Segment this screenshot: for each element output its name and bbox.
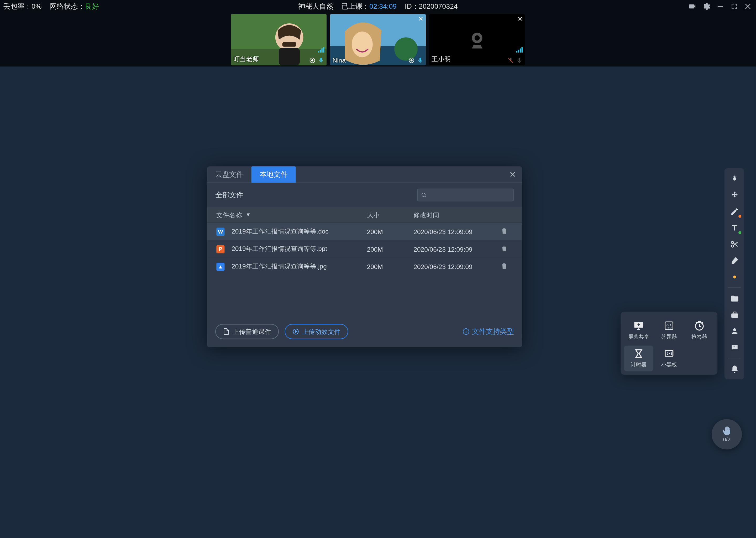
eraser-icon[interactable] (727, 253, 742, 267)
svg-text:B: B (669, 323, 671, 326)
svg-point-24 (733, 275, 736, 278)
file-size: 200M (367, 245, 414, 252)
search-box[interactable] (417, 188, 514, 201)
tool-timer[interactable]: 计时器 (624, 346, 653, 371)
svg-rect-20 (466, 331, 466, 333)
file-type-icon: W (216, 227, 224, 235)
hand-count: 0/2 (723, 437, 731, 442)
file-table-header: 文件名称▼ 大小 修改时间 (207, 207, 522, 223)
toolbox-icon[interactable] (727, 308, 742, 322)
signal-bars-icon (516, 47, 522, 53)
supported-types-link[interactable]: 文件支持类型 (462, 327, 514, 337)
svg-rect-25 (731, 313, 737, 318)
tool-answer-card[interactable]: ABC✕ 答题器 (654, 318, 684, 343)
file-size: 200M (367, 228, 414, 235)
color-dot-icon[interactable] (727, 270, 742, 284)
id-label: ID： (405, 2, 419, 10)
tool-buzzer[interactable]: 抢答器 (685, 318, 714, 343)
file-row[interactable]: W2019年工作汇报情况查询等等.doc200M2020/06/23 12:09… (207, 223, 522, 240)
file-date: 2020/06/23 12:09:09 (413, 245, 495, 252)
svg-point-26 (733, 328, 736, 331)
dialog-close-icon[interactable]: ✕ (509, 169, 516, 179)
delete-icon[interactable] (500, 262, 508, 270)
text-icon[interactable] (727, 221, 742, 235)
svg-point-29 (735, 346, 736, 347)
delete-icon[interactable] (500, 227, 508, 235)
file-name: 2019年工作汇报情况查询等等.ppt (231, 244, 327, 253)
elapsed-label: 已上课： (341, 2, 369, 10)
svg-point-28 (734, 346, 735, 347)
move-icon[interactable] (727, 188, 742, 202)
tile-close-icon[interactable]: ✕ (517, 15, 523, 23)
file-row[interactable]: P2019年工作汇报情况查询等等.ppt200M2020/06/23 12:09… (207, 240, 522, 257)
svg-rect-0 (718, 6, 723, 7)
minimize-icon[interactable] (716, 2, 725, 11)
participant-tile[interactable]: 叮当老师 (231, 14, 327, 65)
file-date: 2020/06/23 12:09:09 (413, 263, 495, 270)
packet-loss-label: 丢包率： (3, 2, 31, 10)
col-size[interactable]: 大小 (367, 210, 414, 219)
col-date[interactable]: 修改时间 (413, 210, 495, 219)
hand-icon (722, 426, 732, 436)
participant-tile[interactable]: ✕ Nina (330, 14, 426, 65)
file-name: 2019年工作汇报情况查询等等.jpg (231, 262, 327, 271)
svg-rect-21 (466, 330, 466, 330)
svg-text:C: C (667, 327, 669, 330)
close-window-icon[interactable] (744, 2, 752, 11)
participant-tile[interactable]: ✕ 王小明 (429, 14, 525, 65)
chat-icon[interactable] (727, 340, 742, 354)
participant-name: Nina (333, 57, 346, 64)
record-indicator-icon (408, 57, 414, 64)
session-id: 2020070324 (419, 2, 457, 10)
tool-screen-share[interactable]: 屏幕共享 (624, 318, 653, 343)
folder-icon[interactable] (727, 291, 742, 305)
delete-icon[interactable] (500, 244, 508, 252)
upload-animated-button[interactable]: 上传动效文件 (285, 324, 348, 339)
file-dialog: 云盘文件 本地文件 ✕ 全部文件 文件名称▼ 大小 修改时间 W2019年工作汇… (207, 166, 522, 347)
sort-icon[interactable]: ▼ (246, 212, 251, 218)
search-icon (421, 192, 427, 198)
file-date: 2020/06/23 12:09:09 (413, 228, 495, 235)
file-size: 200M (367, 263, 414, 270)
participant-name: 叮当老师 (233, 55, 259, 64)
svg-text:2+3: 2+3 (667, 351, 672, 355)
svg-point-7 (311, 59, 313, 62)
svg-text:✕: ✕ (669, 327, 672, 330)
tab-cloud-files[interactable]: 云盘文件 (207, 166, 252, 182)
search-input[interactable] (429, 191, 510, 198)
col-filename[interactable]: 文件名称 (216, 210, 242, 219)
right-toolbar (725, 168, 744, 379)
tab-local-files[interactable]: 本地文件 (252, 166, 296, 182)
filter-all-files[interactable]: 全部文件 (215, 190, 243, 200)
mic-icon (516, 57, 522, 64)
svg-rect-5 (282, 42, 296, 47)
mic-icon (318, 57, 324, 64)
tile-close-icon[interactable]: ✕ (418, 15, 423, 23)
camera-off-icon (467, 29, 488, 50)
camera-toggle-icon[interactable] (688, 2, 696, 11)
pen-icon[interactable] (727, 204, 742, 218)
participants-icon[interactable] (727, 324, 742, 338)
file-name: 2019年工作汇报情况查询等等.doc (231, 227, 328, 236)
mic-icon (417, 57, 423, 64)
class-title: 神秘大自然 (298, 2, 333, 12)
packet-loss-value: 0% (31, 2, 42, 10)
fullscreen-icon[interactable] (730, 2, 738, 11)
file-row[interactable]: ▲2019年工作汇报情况查询等等.jpg200M2020/06/23 12:09… (207, 257, 522, 275)
svg-point-14 (410, 59, 413, 62)
hand-raise-button[interactable]: 0/2 (712, 419, 742, 449)
svg-point-12 (352, 31, 373, 57)
svg-text:A: A (667, 323, 669, 326)
net-label: 网络状态： (50, 2, 85, 10)
tool-mini-blackboard[interactable]: 2+3 小黑板 (654, 346, 684, 371)
scissors-icon[interactable] (727, 237, 742, 251)
mic-muted-icon (507, 57, 514, 64)
svg-point-16 (475, 35, 480, 40)
status-bar: 丢包率：0% 网络状态：良好 神秘大自然 已上课：02:34:09 ID：202… (0, 0, 756, 13)
laser-pointer-icon[interactable] (727, 172, 742, 186)
bell-icon[interactable] (727, 362, 742, 376)
record-indicator-icon (309, 57, 315, 64)
settings-icon[interactable] (702, 2, 710, 11)
upload-normal-button[interactable]: 上传普通课件 (215, 324, 279, 339)
file-type-icon: ▲ (216, 262, 224, 271)
